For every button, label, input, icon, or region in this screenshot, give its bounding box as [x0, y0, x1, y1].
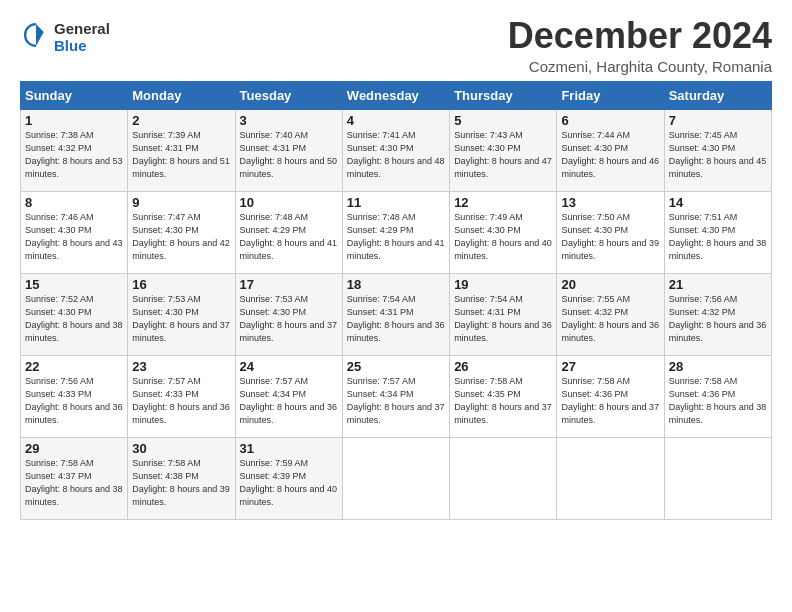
day-detail: Sunrise: 7:59 AMSunset: 4:39 PMDaylight:…	[240, 457, 338, 509]
col-wednesday: Wednesday	[342, 81, 449, 109]
day-number: 8	[25, 195, 123, 210]
logo-icon	[22, 21, 50, 49]
day-detail: Sunrise: 7:44 AMSunset: 4:30 PMDaylight:…	[561, 129, 659, 181]
col-thursday: Thursday	[450, 81, 557, 109]
week-row-3: 15 Sunrise: 7:52 AMSunset: 4:30 PMDaylig…	[21, 273, 772, 355]
day-detail: Sunrise: 7:51 AMSunset: 4:30 PMDaylight:…	[669, 211, 767, 263]
day-detail: Sunrise: 7:54 AMSunset: 4:31 PMDaylight:…	[454, 293, 552, 345]
day-number: 5	[454, 113, 552, 128]
day-detail: Sunrise: 7:54 AMSunset: 4:31 PMDaylight:…	[347, 293, 445, 345]
day-number: 24	[240, 359, 338, 374]
day-cell	[342, 437, 449, 519]
day-cell: 28 Sunrise: 7:58 AMSunset: 4:36 PMDaylig…	[664, 355, 771, 437]
day-detail: Sunrise: 7:53 AMSunset: 4:30 PMDaylight:…	[132, 293, 230, 345]
day-cell: 1 Sunrise: 7:38 AMSunset: 4:32 PMDayligh…	[21, 109, 128, 191]
day-cell: 16 Sunrise: 7:53 AMSunset: 4:30 PMDaylig…	[128, 273, 235, 355]
day-detail: Sunrise: 7:58 AMSunset: 4:37 PMDaylight:…	[25, 457, 123, 509]
day-detail: Sunrise: 7:41 AMSunset: 4:30 PMDaylight:…	[347, 129, 445, 181]
day-number: 21	[669, 277, 767, 292]
day-cell: 25 Sunrise: 7:57 AMSunset: 4:34 PMDaylig…	[342, 355, 449, 437]
col-saturday: Saturday	[664, 81, 771, 109]
week-row-5: 29 Sunrise: 7:58 AMSunset: 4:37 PMDaylig…	[21, 437, 772, 519]
day-cell	[450, 437, 557, 519]
day-detail: Sunrise: 7:53 AMSunset: 4:30 PMDaylight:…	[240, 293, 338, 345]
day-cell: 8 Sunrise: 7:46 AMSunset: 4:30 PMDayligh…	[21, 191, 128, 273]
day-number: 13	[561, 195, 659, 210]
day-cell	[557, 437, 664, 519]
day-cell: 18 Sunrise: 7:54 AMSunset: 4:31 PMDaylig…	[342, 273, 449, 355]
day-cell: 17 Sunrise: 7:53 AMSunset: 4:30 PMDaylig…	[235, 273, 342, 355]
day-cell: 10 Sunrise: 7:48 AMSunset: 4:29 PMDaylig…	[235, 191, 342, 273]
day-number: 19	[454, 277, 552, 292]
day-detail: Sunrise: 7:57 AMSunset: 4:34 PMDaylight:…	[240, 375, 338, 427]
day-detail: Sunrise: 7:52 AMSunset: 4:30 PMDaylight:…	[25, 293, 123, 345]
calendar-subtitle: Cozmeni, Harghita County, Romania	[508, 58, 772, 75]
day-detail: Sunrise: 7:39 AMSunset: 4:31 PMDaylight:…	[132, 129, 230, 181]
day-cell: 30 Sunrise: 7:58 AMSunset: 4:38 PMDaylig…	[128, 437, 235, 519]
day-cell: 20 Sunrise: 7:55 AMSunset: 4:32 PMDaylig…	[557, 273, 664, 355]
day-number: 7	[669, 113, 767, 128]
day-cell: 3 Sunrise: 7:40 AMSunset: 4:31 PMDayligh…	[235, 109, 342, 191]
day-number: 10	[240, 195, 338, 210]
day-number: 1	[25, 113, 123, 128]
day-number: 16	[132, 277, 230, 292]
day-detail: Sunrise: 7:58 AMSunset: 4:35 PMDaylight:…	[454, 375, 552, 427]
day-number: 2	[132, 113, 230, 128]
day-cell: 24 Sunrise: 7:57 AMSunset: 4:34 PMDaylig…	[235, 355, 342, 437]
day-cell: 14 Sunrise: 7:51 AMSunset: 4:30 PMDaylig…	[664, 191, 771, 273]
title-block: December 2024 Cozmeni, Harghita County, …	[508, 16, 772, 75]
day-number: 18	[347, 277, 445, 292]
day-detail: Sunrise: 7:58 AMSunset: 4:38 PMDaylight:…	[132, 457, 230, 509]
day-cell: 5 Sunrise: 7:43 AMSunset: 4:30 PMDayligh…	[450, 109, 557, 191]
day-detail: Sunrise: 7:58 AMSunset: 4:36 PMDaylight:…	[669, 375, 767, 427]
week-row-2: 8 Sunrise: 7:46 AMSunset: 4:30 PMDayligh…	[21, 191, 772, 273]
day-detail: Sunrise: 7:57 AMSunset: 4:33 PMDaylight:…	[132, 375, 230, 427]
day-detail: Sunrise: 7:56 AMSunset: 4:32 PMDaylight:…	[669, 293, 767, 345]
day-cell	[664, 437, 771, 519]
day-detail: Sunrise: 7:55 AMSunset: 4:32 PMDaylight:…	[561, 293, 659, 345]
day-number: 26	[454, 359, 552, 374]
day-cell: 6 Sunrise: 7:44 AMSunset: 4:30 PMDayligh…	[557, 109, 664, 191]
day-detail: Sunrise: 7:43 AMSunset: 4:30 PMDaylight:…	[454, 129, 552, 181]
col-sunday: Sunday	[21, 81, 128, 109]
col-friday: Friday	[557, 81, 664, 109]
logo-line1: General	[54, 20, 110, 37]
calendar-title: December 2024	[508, 16, 772, 56]
logo-line2: Blue	[54, 37, 110, 54]
day-number: 29	[25, 441, 123, 456]
col-tuesday: Tuesday	[235, 81, 342, 109]
day-detail: Sunrise: 7:56 AMSunset: 4:33 PMDaylight:…	[25, 375, 123, 427]
day-detail: Sunrise: 7:45 AMSunset: 4:30 PMDaylight:…	[669, 129, 767, 181]
logo: General Blue	[20, 20, 110, 54]
day-number: 9	[132, 195, 230, 210]
day-detail: Sunrise: 7:40 AMSunset: 4:31 PMDaylight:…	[240, 129, 338, 181]
day-number: 4	[347, 113, 445, 128]
day-cell: 27 Sunrise: 7:58 AMSunset: 4:36 PMDaylig…	[557, 355, 664, 437]
header: General Blue December 2024 Cozmeni, Harg…	[20, 16, 772, 75]
day-number: 23	[132, 359, 230, 374]
day-cell: 7 Sunrise: 7:45 AMSunset: 4:30 PMDayligh…	[664, 109, 771, 191]
day-detail: Sunrise: 7:38 AMSunset: 4:32 PMDaylight:…	[25, 129, 123, 181]
day-number: 25	[347, 359, 445, 374]
day-number: 22	[25, 359, 123, 374]
day-detail: Sunrise: 7:47 AMSunset: 4:30 PMDaylight:…	[132, 211, 230, 263]
day-number: 15	[25, 277, 123, 292]
col-monday: Monday	[128, 81, 235, 109]
day-detail: Sunrise: 7:50 AMSunset: 4:30 PMDaylight:…	[561, 211, 659, 263]
day-cell: 23 Sunrise: 7:57 AMSunset: 4:33 PMDaylig…	[128, 355, 235, 437]
day-cell: 21 Sunrise: 7:56 AMSunset: 4:32 PMDaylig…	[664, 273, 771, 355]
day-number: 11	[347, 195, 445, 210]
day-detail: Sunrise: 7:48 AMSunset: 4:29 PMDaylight:…	[240, 211, 338, 263]
header-row: Sunday Monday Tuesday Wednesday Thursday…	[21, 81, 772, 109]
calendar-page: General Blue December 2024 Cozmeni, Harg…	[0, 0, 792, 612]
day-number: 14	[669, 195, 767, 210]
day-cell: 19 Sunrise: 7:54 AMSunset: 4:31 PMDaylig…	[450, 273, 557, 355]
day-number: 20	[561, 277, 659, 292]
day-cell: 15 Sunrise: 7:52 AMSunset: 4:30 PMDaylig…	[21, 273, 128, 355]
day-cell: 26 Sunrise: 7:58 AMSunset: 4:35 PMDaylig…	[450, 355, 557, 437]
calendar-table: Sunday Monday Tuesday Wednesday Thursday…	[20, 81, 772, 520]
day-cell: 22 Sunrise: 7:56 AMSunset: 4:33 PMDaylig…	[21, 355, 128, 437]
day-number: 17	[240, 277, 338, 292]
day-number: 6	[561, 113, 659, 128]
day-cell: 4 Sunrise: 7:41 AMSunset: 4:30 PMDayligh…	[342, 109, 449, 191]
